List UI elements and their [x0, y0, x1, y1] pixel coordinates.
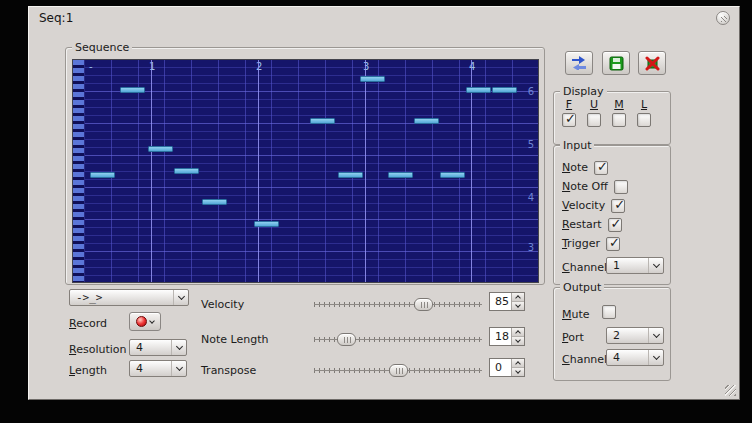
- note-bar[interactable]: [174, 168, 199, 174]
- input-check-label: Velocity: [562, 199, 605, 212]
- spin-up-button[interactable]: [512, 293, 524, 302]
- note-bar[interactable]: [310, 118, 335, 124]
- input-check-label: Note Off: [562, 180, 608, 193]
- beat-gridline: [365, 60, 366, 282]
- chevron-down-icon: [648, 258, 663, 273]
- length-value: 4: [136, 362, 171, 375]
- display-zone-f: F: [561, 98, 577, 127]
- display-groupbox: Display FUML: [553, 91, 671, 145]
- transpose-label: Transpose: [201, 364, 256, 377]
- note-bar[interactable]: [148, 146, 173, 152]
- resolution-label: Resolution: [69, 343, 126, 356]
- note-grid[interactable]: -12346543: [85, 60, 538, 282]
- spin-down-button[interactable]: [512, 302, 524, 310]
- window-menu-button[interactable]: [716, 11, 730, 25]
- note-length-spinbox[interactable]: 18: [489, 327, 525, 346]
- restart-checkbox[interactable]: [608, 218, 622, 232]
- velocity-label: Velocity: [201, 298, 244, 311]
- loop-mode-value: ->_>: [76, 291, 173, 304]
- display-zone-letter: F: [566, 98, 572, 111]
- note-checkbox[interactable]: [594, 161, 608, 175]
- input-check-row: Velocity: [562, 197, 625, 214]
- trigger-checkbox[interactable]: [606, 237, 620, 251]
- octave-label: 4: [528, 192, 534, 203]
- resize-grip[interactable]: [725, 385, 736, 396]
- chevron-down-icon: [173, 290, 188, 305]
- display-zone-m: M: [611, 98, 627, 127]
- display-group-label: Display: [560, 85, 607, 98]
- resolution-select[interactable]: 4: [129, 339, 187, 356]
- port-select[interactable]: 2: [606, 327, 664, 344]
- note-bar[interactable]: [492, 87, 517, 93]
- keyboard-strip: [73, 60, 85, 282]
- input-groupbox: Input NoteNote OffVelocityRestartTrigger…: [553, 145, 671, 285]
- spin-up-button[interactable]: [512, 328, 524, 337]
- octave-label: 3: [528, 242, 534, 253]
- beat-gridline: [471, 60, 472, 282]
- display-zone-l: L: [636, 98, 652, 127]
- beat-label: 2: [256, 61, 262, 72]
- note-off-checkbox[interactable]: [614, 180, 628, 194]
- note-bar[interactable]: [388, 172, 413, 178]
- note-bar[interactable]: [440, 172, 465, 178]
- length-select[interactable]: 4: [129, 360, 187, 377]
- velocity-value: 85: [490, 293, 511, 310]
- note-bar[interactable]: [120, 87, 145, 93]
- input-group-label: Input: [560, 139, 594, 152]
- transpose-value: 0: [490, 359, 511, 376]
- record-button[interactable]: [129, 312, 161, 331]
- piano-roll[interactable]: -12346543: [72, 59, 539, 283]
- loop-mode-select[interactable]: ->_>: [69, 289, 189, 306]
- transpose-spinbox[interactable]: 0: [489, 358, 525, 377]
- delete-pattern-button[interactable]: [638, 51, 666, 75]
- spin-down-button[interactable]: [512, 368, 524, 376]
- green-floppy-icon: [609, 56, 624, 71]
- note-bar[interactable]: [414, 118, 439, 124]
- transpose-slider-handle[interactable]: [389, 364, 408, 377]
- chevron-down-icon: [648, 350, 663, 365]
- spin-up-button[interactable]: [512, 359, 524, 368]
- store-pattern-button[interactable]: [602, 51, 630, 75]
- chevron-down-icon: [171, 340, 186, 355]
- display-zone-checkbox[interactable]: [562, 113, 576, 127]
- note-length-slider-handle[interactable]: [337, 333, 356, 346]
- port-value: 2: [613, 329, 648, 342]
- input-check-label: Trigger: [562, 237, 600, 250]
- velocity-slider-track[interactable]: [314, 302, 482, 307]
- beat-label: 3: [363, 61, 369, 72]
- velocity-checkbox[interactable]: [611, 199, 625, 213]
- octave-label: 6: [528, 86, 534, 97]
- note-bar[interactable]: [338, 172, 363, 178]
- note-bar[interactable]: [466, 87, 491, 93]
- display-zone-letter: L: [641, 98, 647, 111]
- output-channel-select[interactable]: 4: [606, 349, 664, 366]
- input-check-row: Trigger: [562, 235, 620, 252]
- chevron-down-icon: [149, 318, 155, 324]
- port-label: Port: [562, 331, 584, 344]
- window-menu-icon: [721, 16, 727, 22]
- output-channel-label: Channel: [562, 353, 607, 366]
- note-bar[interactable]: [254, 221, 279, 227]
- output-group-label: Output: [560, 281, 604, 294]
- output-channel-value: 4: [613, 351, 648, 364]
- display-zone-checkbox[interactable]: [637, 113, 651, 127]
- velocity-slider-handle[interactable]: [414, 298, 433, 311]
- display-zone-checkbox[interactable]: [612, 113, 626, 127]
- note-length-label: Note Length: [201, 333, 268, 346]
- desktop: { "window": { "title": "Seq:1" }, "seque…: [0, 0, 752, 423]
- mute-checkbox[interactable]: [602, 305, 616, 319]
- spin-down-button[interactable]: [512, 337, 524, 345]
- display-zone-letter: U: [590, 98, 598, 111]
- beat-label: -: [89, 61, 93, 72]
- note-bar[interactable]: [202, 199, 227, 205]
- chevron-down-icon: [171, 361, 186, 376]
- note-bar[interactable]: [360, 76, 385, 82]
- note-bar[interactable]: [90, 172, 115, 178]
- input-channel-select[interactable]: 1: [606, 257, 664, 274]
- display-zone-checkbox[interactable]: [587, 113, 601, 127]
- window-title: Seq:1: [39, 11, 73, 25]
- input-check-label: Note: [562, 161, 588, 174]
- velocity-spinbox[interactable]: 85: [489, 292, 525, 311]
- load-pattern-button[interactable]: [565, 51, 593, 75]
- input-channel-label: Channel: [562, 261, 607, 274]
